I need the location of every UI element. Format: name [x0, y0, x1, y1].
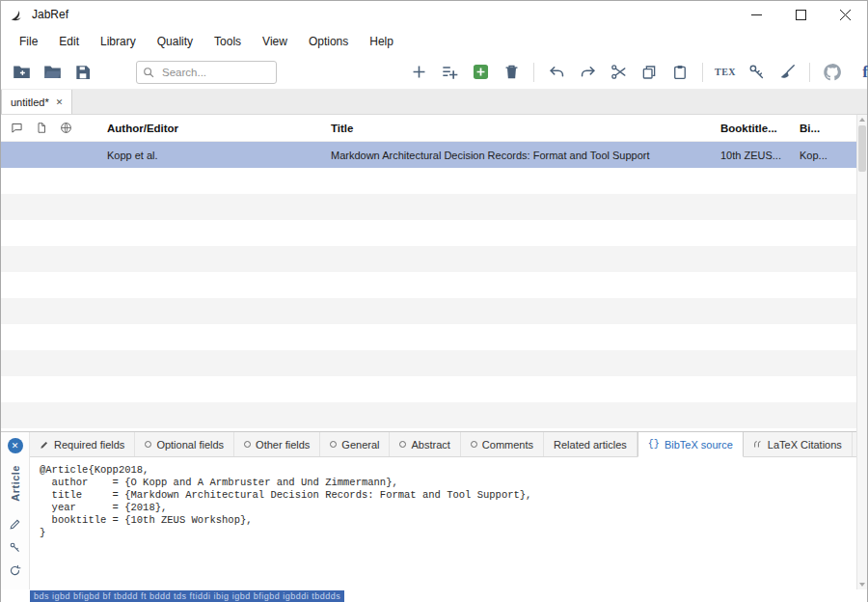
table-row-empty	[1, 298, 867, 324]
open-library-button[interactable]	[40, 60, 65, 85]
tab-related-articles[interactable]: Related articles	[544, 432, 637, 456]
menu-bar: File Edit Library Quality Tools View Opt…	[1, 28, 867, 55]
save-library-button[interactable]	[70, 60, 95, 85]
tab-abstract[interactable]: Abstract	[390, 432, 460, 456]
table-row-empty	[1, 376, 867, 402]
jabref-logo-icon	[9, 7, 24, 22]
toolbar-separator	[533, 63, 534, 82]
tex-icon: TEX	[715, 67, 736, 77]
table-row-empty	[1, 402, 867, 428]
cut-button[interactable]	[606, 60, 631, 85]
refresh-icon[interactable]	[7, 563, 24, 579]
circle-icon	[399, 441, 406, 448]
cell-title: Markdown Architectural Decision Records:…	[321, 150, 715, 161]
import-entries-button[interactable]	[468, 60, 493, 85]
new-entry-from-plaintext-button[interactable]	[437, 60, 462, 85]
library-tab-label: untitled*	[11, 96, 49, 108]
window-controls	[734, 1, 867, 28]
copy-button[interactable]	[637, 60, 662, 85]
menu-view[interactable]: View	[252, 31, 298, 52]
cleanup-entries-button[interactable]	[774, 60, 800, 85]
table-header-row: Author/Editor Title Booktitle... Bi...	[1, 115, 867, 142]
cell-bibtexkey: Kop...	[796, 150, 855, 161]
menu-library[interactable]: Library	[90, 31, 147, 52]
scroll-down-arrow[interactable]	[857, 580, 867, 589]
citation-icon	[753, 440, 763, 450]
jabref-window: JabRef File Edit Library Quality Tools V…	[0, 0, 868, 602]
table-empty-rows	[1, 168, 867, 428]
window-title: JabRef	[32, 8, 68, 21]
vertical-scrollbar[interactable]	[856, 115, 867, 589]
menu-options[interactable]: Options	[298, 31, 359, 52]
entry-type-label[interactable]: Article	[10, 465, 21, 502]
scrollbar-thumb[interactable]	[858, 125, 866, 172]
push-to-latex-button[interactable]: TEX	[713, 60, 738, 85]
table-row-empty	[1, 168, 867, 194]
undo-button[interactable]	[544, 60, 569, 85]
edit-entry-icon[interactable]	[7, 517, 24, 533]
entry-editor: ✕ Article » Required fields	[1, 431, 867, 589]
column-header-title[interactable]: Title	[321, 123, 715, 134]
library-tab-bar: untitled* ✕	[1, 90, 867, 115]
tab-required-fields[interactable]: Required fields	[30, 432, 135, 456]
tab-latex-citations[interactable]: LaTeX Citations	[744, 432, 853, 456]
toolbar-separator	[702, 63, 703, 82]
title-bar: JabRef	[1, 1, 867, 28]
search-input[interactable]	[136, 61, 277, 84]
circle-icon	[145, 441, 151, 448]
search-box	[136, 61, 277, 84]
table-row-selected[interactable]: Kopp et al. Markdown Architectural Decis…	[1, 142, 867, 168]
tab-optional-fields[interactable]: Optional fields	[135, 432, 234, 456]
generate-keys-button[interactable]	[744, 60, 769, 85]
close-entry-editor-button[interactable]: ✕	[8, 438, 23, 453]
pen-icon	[40, 440, 49, 450]
background-selected-text: bds igbd bfigbd bf tbddd ft bddd tds fti…	[30, 590, 344, 602]
paste-button[interactable]	[667, 60, 692, 85]
menu-edit[interactable]: Edit	[48, 31, 90, 52]
cell-author: Kopp et al.	[97, 150, 321, 161]
toolbar: TEX f	[1, 55, 867, 90]
delete-entry-button[interactable]	[499, 60, 524, 85]
entry-editor-tabs: Required fields Optional fields Other fi…	[30, 432, 867, 457]
column-header-bibtexkey[interactable]: Bi...	[796, 123, 855, 134]
column-header-booktitle[interactable]: Booktitle...	[715, 123, 796, 134]
facebook-icon[interactable]: f	[853, 60, 868, 85]
minimize-button[interactable]	[734, 1, 778, 28]
new-entry-button[interactable]	[406, 60, 431, 85]
tab-close-icon[interactable]: ✕	[56, 97, 64, 107]
circle-icon	[244, 441, 251, 448]
table-row-empty	[1, 350, 867, 376]
tab-other-fields[interactable]: Other fields	[234, 432, 320, 456]
circle-icon	[330, 441, 337, 448]
url-column-icon[interactable]	[60, 122, 72, 134]
table-row-empty	[1, 324, 867, 350]
bibtex-source-panel: @Article{Kopp2018, author = {O Kopp and …	[30, 457, 867, 589]
table-row-empty	[1, 194, 867, 220]
close-button[interactable]	[823, 1, 867, 28]
tab-comments[interactable]: Comments	[461, 432, 544, 456]
generate-key-icon[interactable]	[7, 540, 24, 556]
file-column-icon[interactable]	[36, 122, 47, 134]
library-tab-untitled[interactable]: untitled* ✕	[1, 90, 72, 114]
menu-file[interactable]: File	[9, 31, 48, 52]
scroll-up-arrow[interactable]	[857, 115, 867, 124]
menu-tools[interactable]: Tools	[203, 31, 252, 52]
redo-button[interactable]	[575, 60, 600, 85]
cell-booktitle: 10th ZEUS...	[715, 150, 796, 161]
menu-help[interactable]: Help	[359, 31, 404, 52]
table-row-empty	[1, 272, 867, 298]
comment-column-icon[interactable]	[11, 122, 23, 134]
entry-table: Author/Editor Title Booktitle... Bi... K…	[1, 115, 867, 431]
toolbar-separator	[809, 63, 810, 82]
table-row-empty	[1, 246, 867, 272]
github-icon[interactable]	[820, 60, 845, 85]
column-header-author[interactable]: Author/Editor	[97, 123, 321, 134]
tab-general[interactable]: General	[320, 432, 390, 456]
menu-quality[interactable]: Quality	[147, 31, 203, 52]
bibtex-source-editor[interactable]: @Article{Kopp2018, author = {O Kopp and …	[30, 457, 867, 539]
maximize-button[interactable]	[778, 1, 823, 28]
special-columns	[1, 122, 97, 134]
tab-bibtex-source[interactable]: {} BibTeX source	[637, 432, 744, 457]
entry-editor-sidebar: ✕ Article »	[1, 432, 30, 589]
new-library-button[interactable]	[9, 60, 34, 85]
